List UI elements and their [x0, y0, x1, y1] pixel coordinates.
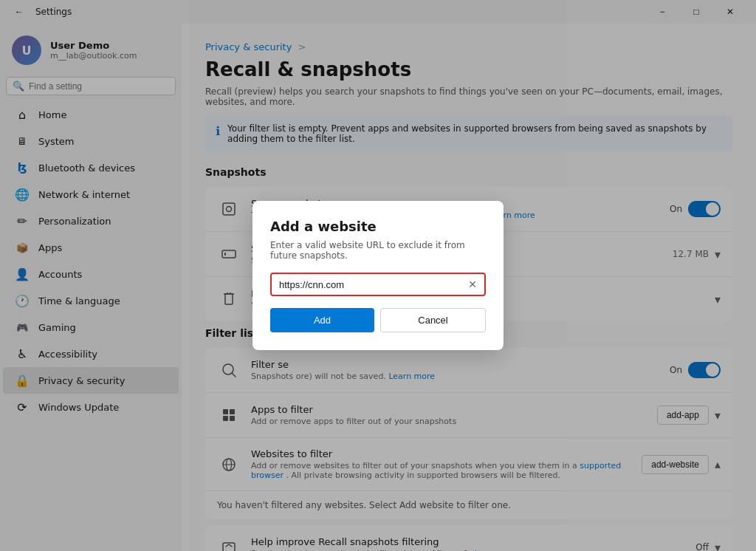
website-url-input[interactable]: [279, 279, 468, 290]
modal-description: Enter a valid website URL to exclude it …: [270, 240, 486, 261]
add-website-modal: Add a website Enter a valid website URL …: [252, 201, 504, 350]
modal-title: Add a website: [270, 219, 486, 234]
modal-cancel-button[interactable]: Cancel: [380, 308, 486, 332]
modal-add-button[interactable]: Add: [270, 308, 374, 332]
clear-input-icon[interactable]: ✕: [468, 278, 477, 290]
modal-overlay[interactable]: Add a website Enter a valid website URL …: [0, 0, 756, 551]
modal-actions: Add Cancel: [270, 308, 486, 332]
modal-input-wrap: ✕: [270, 273, 486, 296]
